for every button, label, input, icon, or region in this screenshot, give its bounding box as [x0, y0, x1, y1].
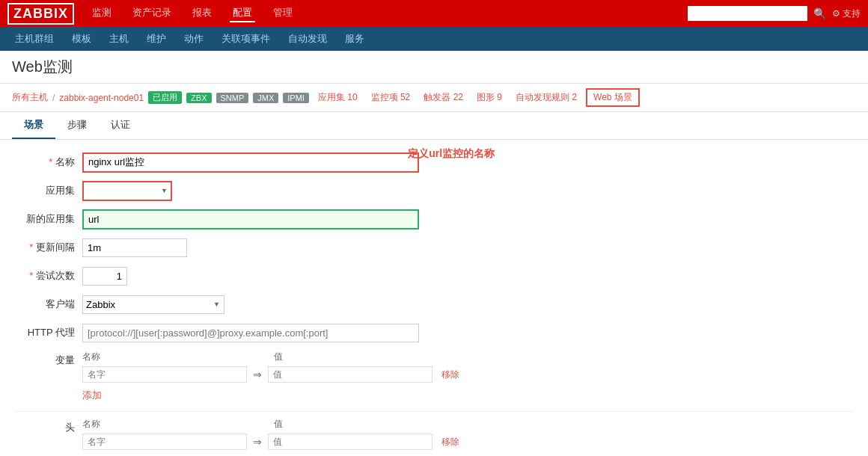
nav-config[interactable]: 配置 [230, 4, 255, 22]
new-appset-row: 新的应用集 [15, 209, 853, 229]
retry-row: * 尝试次数 [15, 265, 853, 286]
logo: ZABBIX [7, 3, 74, 25]
update-interval-input[interactable] [82, 238, 187, 257]
nav-maintenance[interactable]: 维护 [139, 29, 174, 49]
header-row: ⇒ 移除 [82, 434, 462, 450]
variable-name-input[interactable] [82, 366, 247, 383]
nav-host-groups[interactable]: 主机群组 [7, 29, 61, 49]
http-proxy-label: HTTP 代理 [15, 326, 82, 339]
nav-assets[interactable]: 资产记录 [129, 4, 174, 22]
nav-templates[interactable]: 模板 [64, 29, 99, 49]
link-triggers[interactable]: 触发器 22 [419, 90, 468, 105]
variables-content: 名称 值 ⇒ 移除 添加 [82, 351, 462, 402]
http-proxy-input[interactable] [82, 324, 419, 342]
nav-auto-discovery[interactable]: 自动发现 [281, 29, 334, 49]
name-label: * 名称 [15, 155, 82, 169]
headers-label: 头 [15, 418, 82, 434]
appset-label: 应用集 [15, 184, 82, 197]
nav-hosts[interactable]: 主机 [102, 29, 136, 49]
name-label-text: 名称 [55, 156, 75, 167]
nav-services[interactable]: 服务 [337, 29, 372, 49]
tab-scene[interactable]: 场景 [12, 112, 55, 139]
top-nav-right: 🔍 ⚙ 支持 [688, 6, 861, 21]
retry-label: * 尝试次数 [15, 269, 82, 283]
agent-label: 客户端 [15, 298, 82, 311]
badge-jmx[interactable]: JMX [253, 93, 278, 103]
new-appset-input[interactable] [82, 209, 419, 229]
variable-row: ⇒ 移除 [82, 366, 462, 383]
variable-remove-button[interactable]: 移除 [438, 369, 462, 381]
header-name-input[interactable] [82, 434, 247, 450]
agent-row: 客户端 Zabbix Internet Explorer Firefox Cus… [15, 294, 853, 315]
var-eq-icon: ⇒ [253, 369, 262, 380]
variable-value-input[interactable] [268, 366, 433, 383]
nav-reports[interactable]: 报表 [189, 4, 215, 22]
appset-input[interactable] [82, 181, 172, 201]
nav-monitor[interactable]: 监测 [89, 4, 114, 22]
variables-section: 变量 名称 值 ⇒ 移除 添加 [15, 351, 853, 402]
header-eq-icon: ⇒ [253, 436, 262, 448]
form-content: 定义url监控的名称 * 名称 应用集 ▼ 新的应用集 * 更新间隔 [0, 140, 868, 456]
tab-auth[interactable]: 认证 [99, 112, 142, 139]
badge-snmp[interactable]: SNMP [216, 93, 249, 103]
appset-select-wrapper: ▼ [82, 181, 172, 201]
annotation-text: 定义url监控的名称 [408, 147, 495, 161]
nav-admin[interactable]: 管理 [270, 4, 296, 22]
variables-label: 变量 [15, 351, 82, 367]
link-discovery-rules[interactable]: 自动发现规则 2 [511, 90, 581, 105]
badge-zbx[interactable]: ZBX [186, 93, 211, 103]
breadcrumb-sep1: / [52, 93, 55, 103]
page-title: Web监测 [12, 58, 73, 75]
name-input[interactable] [82, 152, 419, 173]
support-link[interactable]: ⚙ 支持 [832, 7, 861, 20]
tab-steps[interactable]: 步骤 [55, 112, 99, 139]
nav-related-events[interactable]: 关联项事件 [214, 29, 278, 49]
nav-actions[interactable]: 动作 [177, 29, 211, 49]
logo-text: ZABBIX [13, 6, 68, 21]
var-header-value: 值 [274, 351, 438, 363]
headers-content: 名称 值 ⇒ 移除 [82, 418, 462, 453]
appset-row: 应用集 ▼ [15, 180, 853, 201]
main-nav-items: 监测 资产记录 报表 配置 管理 [89, 4, 296, 22]
top-navigation: ZABBIX 监测 资产记录 报表 配置 管理 🔍 ⚙ 支持 [0, 0, 868, 27]
link-graphs[interactable]: 图形 9 [472, 90, 507, 105]
agent-select-wrapper: Zabbix Internet Explorer Firefox Custom [82, 295, 224, 314]
breadcrumb-all-hosts[interactable]: 所有主机 [12, 91, 48, 104]
breadcrumb-host-name[interactable]: zabbix-agent-node01 [59, 93, 144, 103]
retry-input[interactable] [82, 267, 127, 286]
status-badge-enabled: 已启用 [148, 91, 182, 104]
second-navigation: 主机群组 模板 主机 维护 动作 关联项事件 自动发现 服务 [0, 27, 868, 51]
search-input[interactable] [688, 6, 807, 21]
link-web-scene[interactable]: Web 场景 [586, 88, 640, 107]
breadcrumb-bar: 所有主机 / zabbix-agent-node01 已启用 ZBX SNMP … [0, 84, 868, 112]
badge-ipmi[interactable]: IPMI [283, 93, 309, 103]
link-monitor-items[interactable]: 监控项 52 [367, 90, 415, 105]
header-remove-button[interactable]: 移除 [438, 436, 462, 449]
agent-select[interactable]: Zabbix Internet Explorer Firefox Custom [82, 295, 224, 314]
section-divider [15, 411, 853, 412]
var-header-name: 名称 [82, 351, 247, 363]
header-col-name: 名称 [82, 418, 247, 431]
header-value-input[interactable] [268, 434, 433, 450]
http-proxy-row: HTTP 代理 [15, 322, 853, 343]
variables-add-link[interactable]: 添加 [82, 389, 102, 402]
headers-section: 头 名称 值 ⇒ 移除 [15, 418, 853, 453]
search-icon[interactable]: 🔍 [813, 7, 826, 19]
update-interval-row: * 更新间隔 [15, 237, 853, 258]
content-area: 场景 步骤 认证 定义url监控的名称 * 名称 应用集 ▼ 新的应用集 [0, 112, 868, 456]
link-app-set[interactable]: 应用集 10 [314, 90, 362, 105]
form-tabs: 场景 步骤 认证 [0, 112, 868, 140]
header-col-eq [253, 418, 268, 431]
new-appset-label: 新的应用集 [15, 212, 82, 226]
headers-header-row: 名称 值 [82, 418, 462, 431]
variables-header-row: 名称 值 [82, 351, 462, 363]
update-interval-label: * 更新间隔 [15, 241, 82, 254]
page-header: Web监测 [0, 51, 868, 84]
header-col-value: 值 [274, 418, 438, 431]
var-header-eq [253, 351, 268, 363]
